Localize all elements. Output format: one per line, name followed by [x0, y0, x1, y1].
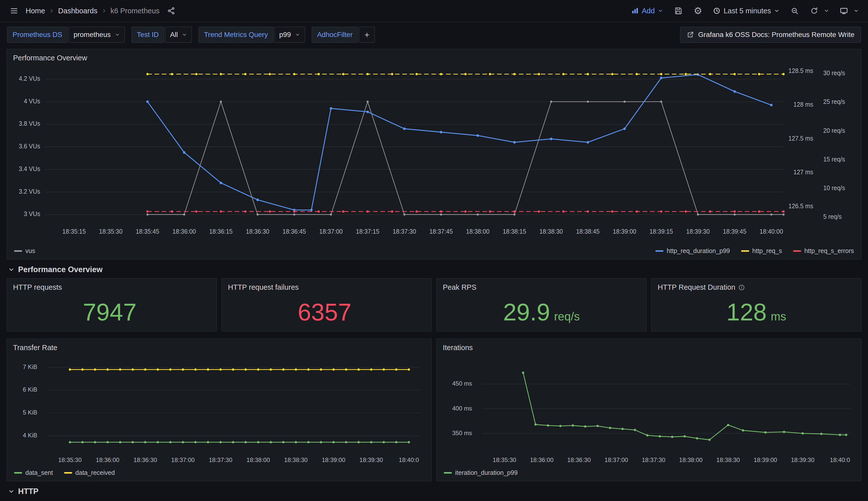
panel-title: Peak RPS [437, 279, 646, 293]
variable-prometheus-ds: Prometheus DS prometheus [7, 26, 125, 43]
add-button[interactable]: Add [629, 3, 666, 18]
section-title: Performance Overview [18, 265, 102, 274]
section-http[interactable]: HTTP [8, 487, 860, 496]
svg-text:3.4 VUs: 3.4 VUs [19, 166, 40, 172]
test-id-dropdown[interactable]: All [165, 26, 192, 43]
legend-swatch [64, 472, 72, 473]
legend-item-data-received[interactable]: data_received [64, 469, 115, 476]
adhoc-filter-label: AdhocFilter [311, 26, 358, 43]
breadcrumb: Home Dashboards k6 Prometheus [26, 7, 160, 15]
svg-text:18:36:30: 18:36:30 [246, 228, 269, 235]
svg-text:18:39:15: 18:39:15 [650, 228, 673, 235]
variable-label: Trend Metrics Query [199, 26, 273, 43]
svg-text:4 KiB: 4 KiB [23, 432, 37, 439]
external-link-icon [686, 31, 694, 39]
time-range-label: Last 5 minutes [724, 7, 771, 15]
svg-text:4 VUs: 4 VUs [24, 98, 40, 104]
dashboard-settings-button[interactable]: ⚙ [691, 3, 705, 18]
bar-chart-icon [631, 7, 639, 14]
share-button[interactable] [164, 3, 178, 18]
navbar-actions: Add ⚙ Last 5 minutes [629, 3, 861, 18]
svg-text:20 req/s: 20 req/s [823, 127, 845, 134]
svg-text:18:36:00: 18:36:00 [530, 456, 553, 463]
adhoc-filter: AdhocFilter + [311, 26, 375, 43]
iterations-chart[interactable]: 450 ms400 ms350 ms18:35:3018:36:0018:36:… [437, 353, 861, 468]
svg-text:18:39:00: 18:39:00 [322, 456, 345, 463]
svg-text:18:39:30: 18:39:30 [791, 456, 814, 463]
panel-title: Transfer Rate [7, 339, 431, 353]
legend-item-http-req-s[interactable]: http_req_s [741, 247, 782, 255]
panel-title: HTTP request failures [222, 279, 431, 293]
tv-mode-button[interactable] [837, 3, 851, 18]
svg-text:18:38:15: 18:38:15 [503, 228, 526, 235]
refresh-icon [810, 7, 818, 15]
breadcrumb-dashboards[interactable]: Dashboards [58, 7, 97, 15]
legend-item-iteration-duration-p99[interactable]: iteration_duration_p99 [444, 469, 518, 476]
docs-link-button[interactable]: Grafana k6 OSS Docs: Prometheus Remote W… [680, 26, 861, 43]
svg-text:18:40:0: 18:40:0 [399, 456, 419, 463]
monitor-icon [839, 7, 848, 15]
info-icon[interactable] [738, 284, 745, 291]
menu-button[interactable] [7, 3, 21, 18]
performance-overview-chart[interactable]: 4.2 VUs4 VUs3.8 VUs3.6 VUs3.4 VUs3.2 VUs… [7, 64, 861, 246]
breadcrumb-home[interactable]: Home [26, 7, 45, 15]
variable-value: p99 [279, 31, 291, 39]
svg-text:7 KiB: 7 KiB [23, 363, 37, 370]
svg-text:18:40:00: 18:40:00 [760, 228, 783, 235]
legend-label: http_req_s_errors [804, 247, 854, 255]
svg-text:126.5 ms: 126.5 ms [788, 203, 813, 210]
panel-peak-rps: Peak RPS 29.9req/s [436, 278, 647, 331]
svg-text:18:35:30: 18:35:30 [99, 228, 122, 235]
tv-mode-dropdown[interactable] [851, 3, 861, 18]
svg-text:18:36:30: 18:36:30 [133, 456, 157, 463]
share-icon [167, 7, 175, 15]
svg-text:18:37:00: 18:37:00 [319, 228, 342, 235]
svg-text:4.2 VUs: 4.2 VUs [19, 75, 40, 82]
tv-mode-group [837, 3, 861, 18]
panel-http-request-duration: HTTP Request Duration 128ms [651, 278, 861, 331]
clock-icon [713, 7, 721, 14]
chart-legend: iteration_duration_p99 [437, 468, 861, 481]
panel-http-requests: HTTP requests 7947 [7, 278, 217, 331]
svg-text:18:39:30: 18:39:30 [359, 456, 383, 463]
svg-text:18:39:00: 18:39:00 [613, 228, 636, 235]
prometheus-ds-dropdown[interactable]: prometheus [69, 26, 125, 43]
gear-icon: ⚙ [694, 6, 702, 15]
svg-text:18:36:00: 18:36:00 [172, 228, 196, 235]
chevron-down-icon [295, 32, 300, 37]
refresh-button[interactable] [807, 3, 821, 18]
add-filter-button[interactable]: + [359, 26, 375, 43]
section-performance-overview[interactable]: Performance Overview [8, 265, 860, 274]
svg-text:350 ms: 350 ms [452, 429, 472, 436]
svg-text:18:38:30: 18:38:30 [716, 456, 740, 463]
chevron-down-icon [658, 8, 663, 13]
legend-item-http-req-s-errors[interactable]: http_req_s_errors [793, 247, 854, 255]
svg-text:400 ms: 400 ms [452, 405, 472, 412]
panel-title: Iterations [437, 339, 861, 353]
svg-text:25 req/s: 25 req/s [823, 98, 845, 105]
svg-text:18:37:30: 18:37:30 [209, 456, 232, 463]
svg-text:10 req/s: 10 req/s [823, 184, 845, 191]
save-dashboard-button[interactable] [671, 3, 685, 18]
section-title: HTTP [18, 487, 39, 496]
transfer-rate-chart[interactable]: 7 KiB6 KiB5 KiB4 KiB18:35:3018:36:0018:3… [7, 353, 431, 468]
variable-test-id: Test ID All [131, 26, 192, 43]
panel-iterations: Iterations 450 ms400 ms350 ms18:35:3018:… [436, 339, 861, 481]
chevron-down-icon [115, 32, 120, 37]
legend-item-data-sent[interactable]: data_sent [14, 469, 53, 476]
legend-label: iteration_duration_p99 [455, 469, 518, 476]
zoom-out-button[interactable] [788, 3, 802, 18]
time-range-picker[interactable]: Last 5 minutes [711, 3, 782, 18]
legend-group-right: http_req_duration_p99 http_req_s http_re… [656, 247, 854, 255]
dashboard-controls: Prometheus DS prometheus Test ID All Tre… [0, 22, 868, 47]
svg-text:18:35:45: 18:35:45 [136, 228, 159, 235]
legend-item-http-req-duration-p99[interactable]: http_req_duration_p99 [656, 247, 730, 255]
legend-swatch [14, 250, 22, 252]
panel-title: HTTP requests [7, 279, 216, 293]
refresh-interval-dropdown[interactable] [822, 3, 831, 18]
trend-metrics-dropdown[interactable]: p99 [274, 26, 305, 43]
legend-item-vus[interactable]: vus [14, 247, 35, 255]
chart-legend: data_sent data_received [7, 468, 431, 481]
chart-legend: vus http_req_duration_p99 http_req_s htt… [7, 246, 861, 259]
legend-label: data_received [75, 469, 115, 476]
